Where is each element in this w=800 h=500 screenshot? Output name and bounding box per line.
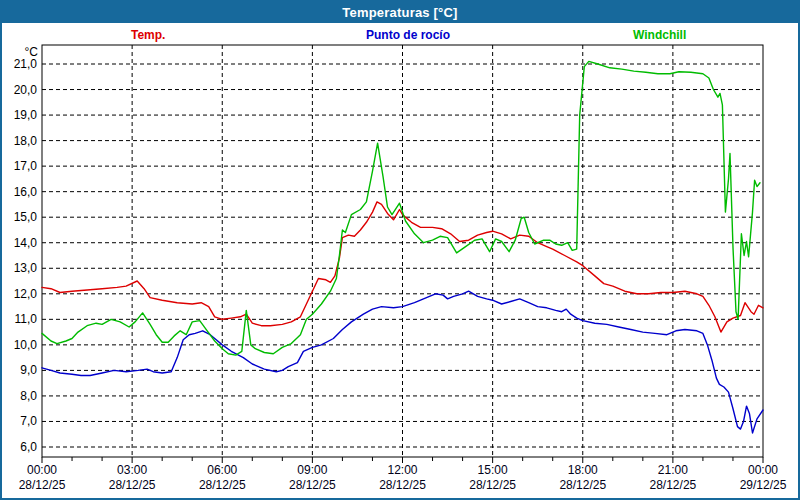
svg-text:21:00: 21:00 <box>658 463 688 477</box>
svg-text:19,0: 19,0 <box>14 108 38 122</box>
svg-text:12:00: 12:00 <box>387 463 417 477</box>
svg-text:28/12/25: 28/12/25 <box>469 478 516 492</box>
svg-text:06:00: 06:00 <box>207 463 237 477</box>
svg-text:28/12/25: 28/12/25 <box>559 478 606 492</box>
svg-text:00:00: 00:00 <box>27 463 57 477</box>
svg-text:17,0: 17,0 <box>14 159 38 173</box>
temperature-line-chart: 21,020,019,018,017,016,015,014,013,012,0… <box>2 2 800 500</box>
svg-text:28/12/25: 28/12/25 <box>650 478 697 492</box>
svg-text:°C: °C <box>25 45 39 59</box>
svg-text:16,0: 16,0 <box>14 185 38 199</box>
svg-text:28/12/25: 28/12/25 <box>379 478 426 492</box>
svg-text:14,0: 14,0 <box>14 236 38 250</box>
weather-chart-window: Temperaturas [°C] Temp. Punto de rocío W… <box>0 0 800 500</box>
svg-text:15,0: 15,0 <box>14 210 38 224</box>
svg-text:11,0: 11,0 <box>15 312 38 326</box>
svg-text:13,0: 13,0 <box>14 261 38 275</box>
svg-text:09:00: 09:00 <box>297 463 327 477</box>
svg-text:20,0: 20,0 <box>14 83 38 97</box>
svg-text:00:00: 00:00 <box>748 463 778 477</box>
svg-text:03:00: 03:00 <box>117 463 147 477</box>
svg-text:15:00: 15:00 <box>478 463 508 477</box>
svg-text:28/12/25: 28/12/25 <box>289 478 336 492</box>
svg-text:8,0: 8,0 <box>20 389 37 403</box>
svg-text:6,0: 6,0 <box>20 440 37 454</box>
svg-text:18,0: 18,0 <box>14 134 38 148</box>
svg-text:28/12/25: 28/12/25 <box>19 478 66 492</box>
svg-text:7,0: 7,0 <box>20 414 37 428</box>
svg-text:18:00: 18:00 <box>568 463 598 477</box>
svg-text:29/12/25: 29/12/25 <box>740 478 787 492</box>
svg-text:28/12/25: 28/12/25 <box>199 478 246 492</box>
svg-text:21,0: 21,0 <box>14 57 38 71</box>
svg-text:10,0: 10,0 <box>14 338 38 352</box>
svg-text:28/12/25: 28/12/25 <box>109 478 156 492</box>
svg-text:12,0: 12,0 <box>14 287 38 301</box>
svg-text:9,0: 9,0 <box>20 363 37 377</box>
